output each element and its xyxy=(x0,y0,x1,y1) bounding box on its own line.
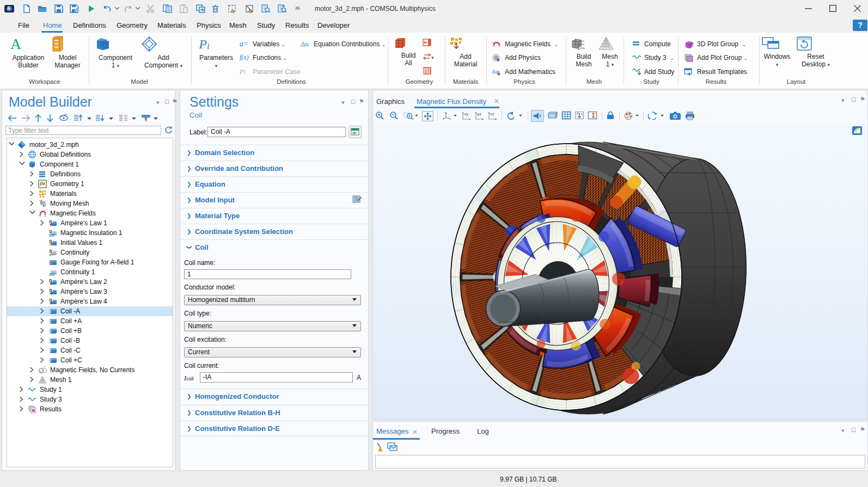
svg-text:*: * xyxy=(44,366,45,369)
svg-text:A: A xyxy=(10,36,22,52)
svg-text:xy: xy xyxy=(464,112,468,116)
svg-text:Δu: Δu xyxy=(301,40,309,47)
svg-text:D: D xyxy=(50,278,53,283)
svg-text:×: × xyxy=(49,253,51,257)
svg-text:+: + xyxy=(39,214,41,218)
svg-text:xz: xz xyxy=(490,112,494,116)
svg-text:a=: a= xyxy=(240,40,248,47)
svg-text:D: D xyxy=(50,239,53,244)
svg-text:yz: yz xyxy=(477,112,481,116)
svg-text:_: _ xyxy=(498,45,502,48)
svg-text:+: + xyxy=(492,41,494,45)
svg-text:D: D xyxy=(50,219,53,224)
svg-text:▾: ▾ xyxy=(431,55,434,60)
svg-text:Pi: Pi xyxy=(198,37,210,51)
svg-text:*: * xyxy=(44,209,46,213)
svg-text:D: D xyxy=(50,288,53,293)
svg-text:DC: DC xyxy=(49,273,54,276)
svg-text:D: D xyxy=(50,298,53,303)
svg-text:–: – xyxy=(44,213,47,218)
svg-text:Pi: Pi xyxy=(240,67,246,75)
svg-text:f(x): f(x) xyxy=(240,53,249,61)
svg-text:DC: DC xyxy=(49,233,54,237)
